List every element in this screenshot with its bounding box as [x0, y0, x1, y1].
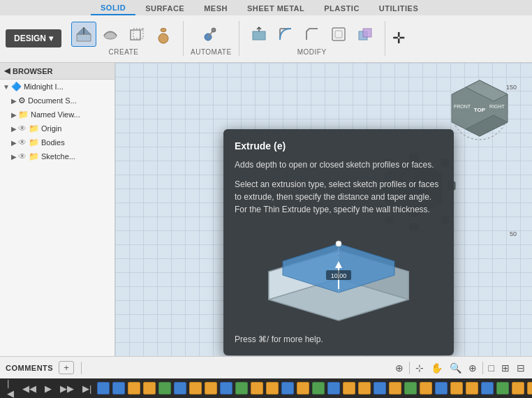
display-mode-icon[interactable]: □ [487, 361, 496, 375]
toolbar-tabs: SOLID SURFACE MESH SHEET METAL PLASTIC U… [0, 0, 532, 15]
timeline-item-23[interactable] [435, 382, 448, 395]
tab-utilities[interactable]: UTILITIES [369, 1, 428, 15]
svg-point-8 [161, 28, 166, 31]
svg-rect-4 [131, 30, 140, 40]
timeline-item-6[interactable] [174, 382, 186, 395]
timeline-item-29[interactable] [527, 382, 532, 395]
timeline-item-26[interactable] [481, 382, 494, 395]
browser-item-sketches[interactable]: ▶ 👁 📁 Sketche... [0, 149, 114, 163]
timeline-item-17[interactable] [343, 382, 355, 395]
move-icon[interactable]: ✛ [390, 27, 408, 50]
timeline-item-1[interactable] [97, 382, 110, 395]
zoom-icon[interactable]: 🔍 [448, 361, 463, 375]
tooltip-para1: Adds depth to open or closed sketch prof… [235, 159, 443, 171]
timeline-item-12[interactable] [266, 382, 279, 395]
browser-collapse-icon[interactable]: ◀ [4, 66, 10, 75]
grid-snap-icon[interactable]: ⊟ [515, 361, 526, 375]
timeline-item-14[interactable] [297, 382, 309, 395]
extrude-icon[interactable] [71, 22, 96, 47]
timeline-item-27[interactable] [496, 382, 509, 395]
separator-2 [239, 21, 239, 56]
browser-item-origin[interactable]: ▶ 👁 📁 Origin [0, 121, 114, 135]
timeline-item-18[interactable] [358, 382, 371, 395]
timeline-item-25[interactable] [466, 382, 478, 395]
timeline-item-16[interactable] [327, 382, 340, 395]
design-label: DESIGN [14, 34, 46, 43]
browser-item-bodies[interactable]: ▶ 👁 📁 Bodies [0, 135, 114, 149]
shell-icon[interactable] [326, 22, 351, 47]
timeline-item-28[interactable] [512, 382, 524, 395]
viewport[interactable]: 150 50 TOP FRONT RIGHT [115, 63, 532, 356]
tab-sheet-metal[interactable]: SHEET METAL [237, 1, 314, 15]
browser-item-label-3: Named View... [31, 110, 80, 119]
timeline-item-19[interactable] [374, 382, 386, 395]
tooltip-image: 10.00 [235, 223, 443, 327]
comments-add-button[interactable]: + [59, 361, 74, 374]
timeline-play-button[interactable]: ▶ [42, 382, 54, 395]
timeline-item-8[interactable] [205, 382, 217, 395]
revolve-icon[interactable] [98, 22, 123, 47]
timeline-item-5[interactable] [158, 382, 171, 395]
pan-icon[interactable]: ✋ [429, 361, 444, 375]
timeline-item-13[interactable] [281, 382, 294, 395]
tab-plastic[interactable]: PLASTIC [314, 1, 369, 15]
loft-icon[interactable] [151, 22, 176, 47]
automate-label: AUTOMATE [191, 48, 232, 56]
chevron-down-icon: ▾ [49, 34, 53, 43]
new-component-icon[interactable] [124, 22, 149, 47]
joint-icon[interactable] [198, 22, 223, 47]
grid-icon[interactable]: ⊞ [500, 361, 511, 375]
origin-folder-icon: 📁 [29, 124, 39, 133]
timeline-item-11[interactable] [251, 382, 263, 395]
design-button[interactable]: DESIGN ▾ [6, 29, 61, 47]
svg-text:FRONT: FRONT [454, 104, 471, 109]
press-pull-icon[interactable] [246, 22, 272, 47]
comments-label: COMMENTS [6, 364, 53, 372]
chevron-icon: ▼ [3, 83, 10, 91]
main-area: ◀ BROWSER ▼ 🔷 Midnight I... ▶ ⚙ Document… [0, 63, 532, 356]
tab-mesh[interactable]: MESH [194, 1, 237, 15]
camera-icon[interactable]: ⊕ [394, 361, 405, 375]
timeline-item-9[interactable] [220, 382, 232, 395]
timeline-item-24[interactable] [450, 382, 463, 395]
fillet-icon[interactable] [273, 22, 298, 47]
timeline-item-7[interactable] [189, 382, 202, 395]
timeline-item-4[interactable] [143, 382, 156, 395]
tooltip-para2: Select an extrusion type, select sketch … [235, 178, 443, 216]
timeline-end-button[interactable]: ▶| [80, 382, 94, 395]
browser-item-label-4: Origin [41, 124, 61, 133]
svg-point-10 [212, 28, 216, 32]
timeline-back-button[interactable]: ◀◀ [20, 382, 39, 395]
create-label: CREATE [109, 48, 139, 56]
create-group: CREATE [68, 22, 179, 56]
timeline-item-3[interactable] [128, 382, 140, 395]
timeline-item-10[interactable] [235, 382, 248, 395]
cube-navigator[interactable]: TOP FRONT RIGHT [448, 77, 511, 149]
cursor-icon[interactable]: ⊹ [414, 361, 425, 375]
separator-3 [385, 21, 385, 56]
browser-item-docsettings[interactable]: ▶ ⚙ Document S... [0, 94, 114, 108]
root-icon: 🔷 [11, 82, 22, 91]
automate-icons [198, 22, 223, 47]
toolbar: SOLID SURFACE MESH SHEET METAL PLASTIC U… [0, 0, 532, 63]
browser-item-root[interactable]: ▼ 🔷 Midnight I... [0, 80, 114, 94]
browser-item-namedviews[interactable]: ▶ 📁 Named View... [0, 108, 114, 121]
zoom-fit-icon[interactable]: ⊕ [467, 361, 478, 375]
comments-right-icons: ⊕ ⊹ ✋ 🔍 ⊕ □ ⊞ ⊟ [394, 361, 526, 375]
timeline-next-button[interactable]: ▶▶ [57, 382, 77, 395]
timeline-item-15[interactable] [312, 382, 325, 395]
timeline-prev-button[interactable]: |◀ [4, 378, 17, 398]
timeline-item-2[interactable] [112, 382, 125, 395]
timeline-item-22[interactable] [420, 382, 432, 395]
svg-text:TOP: TOP [474, 107, 486, 113]
tab-surface[interactable]: SURFACE [135, 1, 194, 15]
svg-text:RIGHT: RIGHT [489, 104, 505, 109]
tab-solid[interactable]: SOLID [91, 1, 135, 15]
svg-rect-12 [332, 28, 345, 40]
combine-icon[interactable] [353, 22, 378, 47]
timeline-item-20[interactable] [389, 382, 401, 395]
chamfer-icon[interactable] [300, 22, 325, 47]
timeline-item-21[interactable] [404, 382, 417, 395]
svg-point-44 [336, 241, 341, 246]
separator-1 [183, 21, 184, 56]
